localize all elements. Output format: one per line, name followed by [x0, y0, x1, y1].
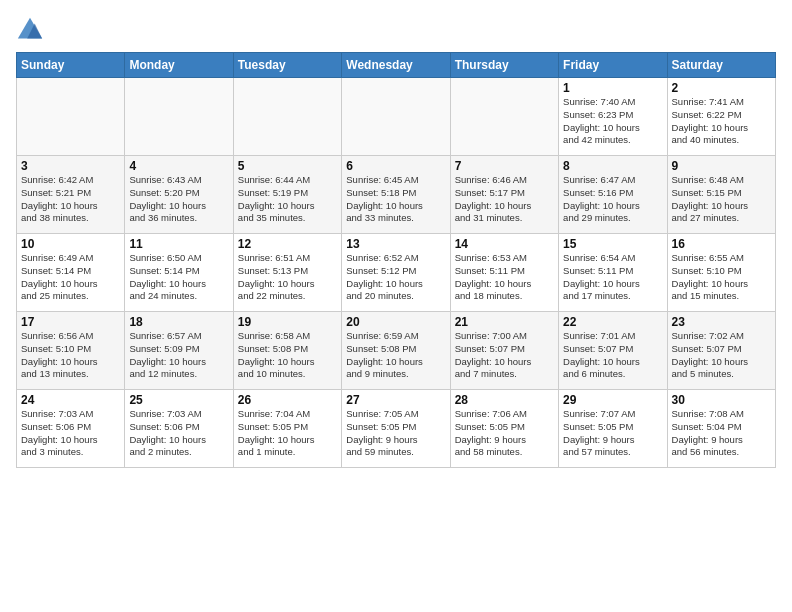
day-number: 22: [563, 315, 662, 329]
day-number: 16: [672, 237, 771, 251]
day-info: Sunrise: 6:54 AM Sunset: 5:11 PM Dayligh…: [563, 252, 662, 303]
calendar-cell: [233, 78, 341, 156]
day-number: 23: [672, 315, 771, 329]
day-info: Sunrise: 6:53 AM Sunset: 5:11 PM Dayligh…: [455, 252, 554, 303]
day-info: Sunrise: 6:58 AM Sunset: 5:08 PM Dayligh…: [238, 330, 337, 381]
day-info: Sunrise: 6:55 AM Sunset: 5:10 PM Dayligh…: [672, 252, 771, 303]
calendar-cell: [450, 78, 558, 156]
calendar-cell: 28Sunrise: 7:06 AM Sunset: 5:05 PM Dayli…: [450, 390, 558, 468]
day-info: Sunrise: 7:03 AM Sunset: 5:06 PM Dayligh…: [21, 408, 120, 459]
calendar-cell: [342, 78, 450, 156]
calendar-cell: 22Sunrise: 7:01 AM Sunset: 5:07 PM Dayli…: [559, 312, 667, 390]
day-info: Sunrise: 6:50 AM Sunset: 5:14 PM Dayligh…: [129, 252, 228, 303]
day-info: Sunrise: 7:07 AM Sunset: 5:05 PM Dayligh…: [563, 408, 662, 459]
calendar-cell: 26Sunrise: 7:04 AM Sunset: 5:05 PM Dayli…: [233, 390, 341, 468]
header-cell-saturday: Saturday: [667, 53, 775, 78]
day-number: 10: [21, 237, 120, 251]
calendar-table: SundayMondayTuesdayWednesdayThursdayFrid…: [16, 52, 776, 468]
week-row-3: 17Sunrise: 6:56 AM Sunset: 5:10 PM Dayli…: [17, 312, 776, 390]
header-cell-monday: Monday: [125, 53, 233, 78]
day-info: Sunrise: 7:40 AM Sunset: 6:23 PM Dayligh…: [563, 96, 662, 147]
day-info: Sunrise: 7:08 AM Sunset: 5:04 PM Dayligh…: [672, 408, 771, 459]
day-number: 7: [455, 159, 554, 173]
calendar-cell: 19Sunrise: 6:58 AM Sunset: 5:08 PM Dayli…: [233, 312, 341, 390]
week-row-1: 3Sunrise: 6:42 AM Sunset: 5:21 PM Daylig…: [17, 156, 776, 234]
day-number: 12: [238, 237, 337, 251]
header-cell-friday: Friday: [559, 53, 667, 78]
day-info: Sunrise: 6:51 AM Sunset: 5:13 PM Dayligh…: [238, 252, 337, 303]
day-number: 30: [672, 393, 771, 407]
week-row-4: 24Sunrise: 7:03 AM Sunset: 5:06 PM Dayli…: [17, 390, 776, 468]
calendar-cell: 13Sunrise: 6:52 AM Sunset: 5:12 PM Dayli…: [342, 234, 450, 312]
day-number: 9: [672, 159, 771, 173]
day-info: Sunrise: 6:57 AM Sunset: 5:09 PM Dayligh…: [129, 330, 228, 381]
day-number: 3: [21, 159, 120, 173]
day-info: Sunrise: 6:43 AM Sunset: 5:20 PM Dayligh…: [129, 174, 228, 225]
day-info: Sunrise: 7:03 AM Sunset: 5:06 PM Dayligh…: [129, 408, 228, 459]
day-number: 4: [129, 159, 228, 173]
calendar-cell: 24Sunrise: 7:03 AM Sunset: 5:06 PM Dayli…: [17, 390, 125, 468]
calendar-cell: 15Sunrise: 6:54 AM Sunset: 5:11 PM Dayli…: [559, 234, 667, 312]
week-row-2: 10Sunrise: 6:49 AM Sunset: 5:14 PM Dayli…: [17, 234, 776, 312]
calendar-cell: 10Sunrise: 6:49 AM Sunset: 5:14 PM Dayli…: [17, 234, 125, 312]
calendar-cell: 16Sunrise: 6:55 AM Sunset: 5:10 PM Dayli…: [667, 234, 775, 312]
calendar-header: SundayMondayTuesdayWednesdayThursdayFrid…: [17, 53, 776, 78]
day-number: 8: [563, 159, 662, 173]
calendar-cell: 5Sunrise: 6:44 AM Sunset: 5:19 PM Daylig…: [233, 156, 341, 234]
calendar-cell: 11Sunrise: 6:50 AM Sunset: 5:14 PM Dayli…: [125, 234, 233, 312]
header-cell-thursday: Thursday: [450, 53, 558, 78]
day-info: Sunrise: 7:01 AM Sunset: 5:07 PM Dayligh…: [563, 330, 662, 381]
calendar-cell: [125, 78, 233, 156]
header-cell-sunday: Sunday: [17, 53, 125, 78]
day-number: 18: [129, 315, 228, 329]
calendar-cell: 4Sunrise: 6:43 AM Sunset: 5:20 PM Daylig…: [125, 156, 233, 234]
day-number: 17: [21, 315, 120, 329]
header-row: SundayMondayTuesdayWednesdayThursdayFrid…: [17, 53, 776, 78]
day-info: Sunrise: 6:47 AM Sunset: 5:16 PM Dayligh…: [563, 174, 662, 225]
calendar-cell: 7Sunrise: 6:46 AM Sunset: 5:17 PM Daylig…: [450, 156, 558, 234]
day-info: Sunrise: 7:41 AM Sunset: 6:22 PM Dayligh…: [672, 96, 771, 147]
calendar-cell: 29Sunrise: 7:07 AM Sunset: 5:05 PM Dayli…: [559, 390, 667, 468]
calendar-cell: 25Sunrise: 7:03 AM Sunset: 5:06 PM Dayli…: [125, 390, 233, 468]
calendar-cell: 12Sunrise: 6:51 AM Sunset: 5:13 PM Dayli…: [233, 234, 341, 312]
day-number: 20: [346, 315, 445, 329]
calendar-cell: 27Sunrise: 7:05 AM Sunset: 5:05 PM Dayli…: [342, 390, 450, 468]
calendar-cell: 18Sunrise: 6:57 AM Sunset: 5:09 PM Dayli…: [125, 312, 233, 390]
day-info: Sunrise: 6:45 AM Sunset: 5:18 PM Dayligh…: [346, 174, 445, 225]
day-number: 21: [455, 315, 554, 329]
calendar-cell: 21Sunrise: 7:00 AM Sunset: 5:07 PM Dayli…: [450, 312, 558, 390]
day-number: 14: [455, 237, 554, 251]
day-number: 25: [129, 393, 228, 407]
header-cell-wednesday: Wednesday: [342, 53, 450, 78]
day-info: Sunrise: 6:44 AM Sunset: 5:19 PM Dayligh…: [238, 174, 337, 225]
page-header: [16, 12, 776, 44]
day-info: Sunrise: 6:48 AM Sunset: 5:15 PM Dayligh…: [672, 174, 771, 225]
day-number: 28: [455, 393, 554, 407]
day-info: Sunrise: 7:05 AM Sunset: 5:05 PM Dayligh…: [346, 408, 445, 459]
calendar-body: 1Sunrise: 7:40 AM Sunset: 6:23 PM Daylig…: [17, 78, 776, 468]
day-info: Sunrise: 6:52 AM Sunset: 5:12 PM Dayligh…: [346, 252, 445, 303]
day-number: 19: [238, 315, 337, 329]
day-number: 15: [563, 237, 662, 251]
logo: [16, 16, 46, 44]
day-number: 24: [21, 393, 120, 407]
day-info: Sunrise: 7:00 AM Sunset: 5:07 PM Dayligh…: [455, 330, 554, 381]
calendar-cell: 14Sunrise: 6:53 AM Sunset: 5:11 PM Dayli…: [450, 234, 558, 312]
day-number: 29: [563, 393, 662, 407]
calendar-cell: 3Sunrise: 6:42 AM Sunset: 5:21 PM Daylig…: [17, 156, 125, 234]
calendar-cell: 6Sunrise: 6:45 AM Sunset: 5:18 PM Daylig…: [342, 156, 450, 234]
calendar-cell: 1Sunrise: 7:40 AM Sunset: 6:23 PM Daylig…: [559, 78, 667, 156]
day-info: Sunrise: 6:46 AM Sunset: 5:17 PM Dayligh…: [455, 174, 554, 225]
day-info: Sunrise: 7:06 AM Sunset: 5:05 PM Dayligh…: [455, 408, 554, 459]
day-number: 26: [238, 393, 337, 407]
day-info: Sunrise: 7:02 AM Sunset: 5:07 PM Dayligh…: [672, 330, 771, 381]
calendar-cell: 2Sunrise: 7:41 AM Sunset: 6:22 PM Daylig…: [667, 78, 775, 156]
calendar-cell: 20Sunrise: 6:59 AM Sunset: 5:08 PM Dayli…: [342, 312, 450, 390]
page-container: SundayMondayTuesdayWednesdayThursdayFrid…: [0, 0, 792, 476]
calendar-cell: 9Sunrise: 6:48 AM Sunset: 5:15 PM Daylig…: [667, 156, 775, 234]
calendar-cell: 8Sunrise: 6:47 AM Sunset: 5:16 PM Daylig…: [559, 156, 667, 234]
day-number: 6: [346, 159, 445, 173]
day-number: 1: [563, 81, 662, 95]
calendar-cell: 30Sunrise: 7:08 AM Sunset: 5:04 PM Dayli…: [667, 390, 775, 468]
day-number: 11: [129, 237, 228, 251]
